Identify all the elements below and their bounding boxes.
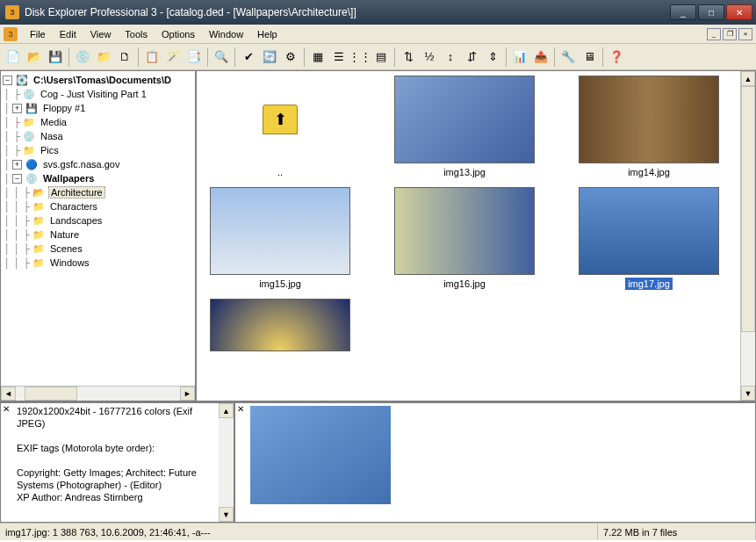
- menu-help[interactable]: Help: [250, 27, 284, 41]
- tree-panel: −💽C:\Users\Tomas\Documents\D│├💿Cog - Jus…: [0, 70, 196, 401]
- thumb-image[interactable]: [579, 76, 719, 163]
- app-icon: 3: [5, 5, 19, 19]
- titlebar: 3 Disk Explorer Professional 3 - [catalo…: [0, 0, 756, 25]
- info-vscroll[interactable]: ▲ ▼: [219, 403, 234, 522]
- tb-check[interactable]: ✔: [239, 47, 258, 67]
- tree-item-label[interactable]: Windows: [48, 257, 91, 268]
- tb-save[interactable]: 💾: [46, 47, 65, 67]
- info-line: EXIF tags (Motorola byte order):: [17, 442, 215, 454]
- tree-item-label[interactable]: Floppy #1: [41, 103, 87, 113]
- tb-folder[interactable]: 📁: [94, 47, 113, 67]
- menu-tools[interactable]: Tools: [118, 27, 155, 41]
- thumb-item[interactable]: img17.jpg: [570, 187, 728, 290]
- up-folder-icon[interactable]: ⬆: [263, 105, 298, 134]
- tree-root-label[interactable]: C:\Users\Tomas\Documents\D: [32, 75, 173, 85]
- thumb-image[interactable]: [210, 187, 350, 275]
- close-button[interactable]: ✕: [726, 4, 752, 20]
- tb-view2[interactable]: ☰: [329, 47, 349, 67]
- info-line: Copyright: Getty Images; Architect: Futu…: [17, 466, 215, 491]
- menu-file[interactable]: File: [23, 27, 53, 41]
- tree-hscroll[interactable]: ◄ ►: [1, 386, 195, 401]
- tb-doc[interactable]: 📑: [184, 47, 204, 67]
- tb-refresh[interactable]: 🔄: [260, 47, 279, 67]
- menu-options[interactable]: Options: [155, 27, 202, 41]
- menu-edit[interactable]: Edit: [53, 27, 83, 41]
- thumb-item[interactable]: img16.jpg: [385, 187, 544, 290]
- scroll-thumb[interactable]: [741, 86, 755, 332]
- tree-toggle[interactable]: −: [3, 76, 12, 85]
- tb-export[interactable]: 📤: [531, 47, 551, 67]
- info-close-button[interactable]: ✕: [1, 403, 13, 522]
- tree-body[interactable]: −💽C:\Users\Tomas\Documents\D│├💿Cog - Jus…: [1, 71, 195, 386]
- tb-disk[interactable]: 💿: [73, 47, 92, 67]
- tree-item-label[interactable]: Cog - Just Visiting Part 1: [39, 89, 148, 99]
- thumbnails-panel[interactable]: ⬆..img13.jpgimg14.jpgimg15.jpgimg16.jpgi…: [196, 70, 756, 401]
- thumb-item[interactable]: img13.jpg: [385, 76, 544, 178]
- window-title: Disk Explorer Professional 3 - [catalog.…: [25, 6, 670, 18]
- tb-view1[interactable]: ▦: [308, 47, 328, 67]
- tree-item-icon: 📂: [32, 186, 46, 199]
- scroll-up-icon[interactable]: ▲: [741, 71, 755, 86]
- tb-help[interactable]: ❓: [607, 47, 626, 67]
- tree-item-label[interactable]: Pics: [39, 145, 61, 155]
- minimize-button[interactable]: _: [670, 4, 696, 20]
- scroll-thumb[interactable]: [25, 387, 77, 401]
- mdi-minimize-button[interactable]: _: [707, 28, 721, 40]
- thumb-item[interactable]: img15.jpg: [201, 187, 359, 290]
- tree-item-label[interactable]: Architecture: [48, 186, 105, 199]
- tb-wand[interactable]: 🪄: [163, 47, 183, 67]
- tree-item-icon: 💿: [25, 172, 39, 184]
- tree-toggle[interactable]: +: [12, 104, 22, 113]
- mdi-close-button[interactable]: ×: [738, 28, 752, 40]
- scroll-left-icon[interactable]: ◄: [1, 387, 16, 401]
- thumbs-vscroll[interactable]: ▲ ▼: [740, 71, 755, 401]
- menu-window[interactable]: Window: [202, 27, 250, 41]
- tb-sort3[interactable]: ↕: [441, 47, 460, 67]
- tb-sort4[interactable]: ⇵: [462, 47, 481, 67]
- tree-item-label[interactable]: Scenes: [48, 243, 84, 254]
- tb-file[interactable]: 🗋: [115, 47, 134, 67]
- thumb-item[interactable]: [201, 299, 359, 351]
- tb-sort5[interactable]: ⇕: [483, 47, 502, 67]
- thumb-item[interactable]: ⬆..: [201, 76, 359, 178]
- tb-search[interactable]: 🔍: [212, 47, 231, 67]
- tb-sort2[interactable]: ½: [420, 47, 439, 67]
- tb-report[interactable]: 📊: [510, 47, 529, 67]
- thumb-image[interactable]: [579, 187, 719, 275]
- tree-item-label[interactable]: Landscapes: [48, 215, 104, 226]
- preview-close-button[interactable]: ✕: [235, 403, 248, 522]
- tree-item-icon: 📁: [32, 228, 46, 241]
- tb-tool2[interactable]: 🖥: [580, 47, 599, 67]
- menu-view[interactable]: View: [83, 27, 119, 41]
- scroll-down-icon[interactable]: ▼: [219, 507, 234, 522]
- tree-item-label[interactable]: svs.gsfc.nasa.gov: [41, 159, 121, 170]
- tree-item-label[interactable]: Wallpapers: [41, 173, 96, 184]
- thumb-label: img15.jpg: [256, 278, 304, 290]
- tb-gear[interactable]: ⚙: [281, 47, 300, 67]
- tree-item-label[interactable]: Media: [39, 117, 68, 127]
- tb-open[interactable]: 📂: [25, 47, 44, 67]
- tb-new[interactable]: 📄: [4, 47, 23, 67]
- mdi-restore-button[interactable]: ❐: [723, 28, 737, 40]
- tb-view4[interactable]: ▤: [371, 47, 391, 67]
- menu-app-icon: 3: [4, 27, 18, 41]
- thumb-image[interactable]: [210, 299, 350, 351]
- tree-item-label[interactable]: Characters: [48, 201, 99, 212]
- tb-props[interactable]: 📋: [142, 47, 162, 67]
- tb-sort1[interactable]: ⇅: [399, 47, 418, 67]
- preview-panel: ✕: [234, 402, 756, 523]
- tree-toggle[interactable]: −: [12, 174, 22, 184]
- maximize-button[interactable]: □: [698, 4, 724, 20]
- scroll-up-icon[interactable]: ▲: [219, 403, 234, 418]
- tb-view3[interactable]: ⋮⋮: [350, 47, 370, 67]
- scroll-right-icon[interactable]: ►: [180, 387, 195, 401]
- scroll-down-icon[interactable]: ▼: [741, 386, 755, 401]
- tb-tool1[interactable]: 🔧: [558, 47, 578, 67]
- thumb-image[interactable]: [394, 76, 535, 163]
- tree-item-label[interactable]: Nasa: [39, 131, 65, 141]
- tree-item-label[interactable]: Nature: [48, 229, 81, 240]
- thumb-item[interactable]: img14.jpg: [570, 76, 728, 178]
- thumb-image[interactable]: [394, 187, 535, 275]
- tree-toggle[interactable]: +: [12, 160, 22, 170]
- info-line: XP Author: Andreas Stirnberg: [17, 491, 215, 503]
